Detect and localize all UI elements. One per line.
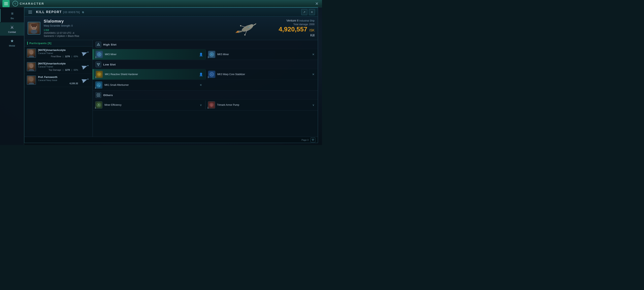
equip-high-2-name: MK5 Miner [217,53,310,56]
equipment-panel: High Slot [93,40,318,137]
participant-ship-1 [80,63,90,70]
sidebar-item-combat[interactable]: ⚔ Combat [0,22,24,36]
participant-item[interactable]: Prof. Farnsworth Caracal Navy Issue 4,15… [24,74,92,87]
low-slot-header: Low Slot [93,60,318,69]
afterburner-icon [95,81,102,89]
equip-others-1[interactable]: 1 Miner Efficiency ∨ [93,100,205,110]
equip-low-2[interactable]: 1 MK3 Warp Core Stabilizer ✕ [206,69,318,80]
high-slot-row: 1 MK5 Miner 👤 [93,49,318,60]
low-slot-row-2: 1 MK1 Small Afterburner ✕ [93,80,318,90]
svg-point-41 [97,103,100,107]
svg-marker-23 [82,64,88,70]
participant-info-2: Prof. Farnsworth Caracal Navy Issue 4,15… [38,76,78,85]
total-damage-value: 2000 [309,23,314,26]
participant-name-0: [MATE]AmarrianAcolyte [38,49,78,52]
medal-icon: ★ [10,39,14,43]
participant-avatar-0 [27,49,36,58]
participants-panel: Participants [5] [MATE]AmarrianAcolyte C… [24,40,93,137]
svg-point-13 [244,34,246,36]
equip-low-3-name: MK1 Small Afterburner [104,84,197,86]
equip-low-3[interactable]: 1 MK1 Small Afterburner ✕ [93,80,205,90]
participant-corp-2: Caracal Navy Issue [38,79,78,81]
miner-icon-2 [208,51,215,58]
svg-point-35 [98,74,100,75]
bottom-bar: Page 3 [24,137,318,143]
export-button[interactable]: ↗ [301,9,307,15]
copy-icon: ⧉ [82,11,84,14]
miner-efficiency-icon [95,101,102,109]
equip-others-2-count: 1 [208,107,209,109]
kill-report-modal: KILL REPORT [ID:890579] ⧉ ↗ ✕ [24,7,318,143]
x-icon-low-2[interactable]: ✕ [311,72,315,76]
participant-item[interactable]: [MATE]AmarrianAcolyte Caracal Trainer Fi… [24,47,92,60]
combat-icon: ⚔ [10,25,14,30]
svg-point-17 [30,50,34,55]
svg-point-18 [28,56,34,57]
ship-name: Venture II [286,19,298,22]
sidebar-label-medal: Medal [9,45,15,47]
participant-info-1: [MATE]AmarrianAcolyte Caracal Trainer To… [38,62,78,71]
modal-close-button[interactable]: ✕ [309,9,315,15]
filter-button[interactable] [310,138,315,142]
equip-low-2-count: 1 [208,76,209,78]
sidebar-item-medal[interactable]: ★ Medal [0,36,24,49]
svg-point-22 [28,69,34,71]
participants-list: [MATE]AmarrianAcolyte Caracal Trainer Fi… [24,47,92,137]
page-info: Page 3 [302,139,308,141]
isk-value-line: 4,920,557 ISK [278,26,314,33]
person-icon-low-1: 👤 [199,72,203,76]
app-title: CHARACTER [20,2,44,5]
participant-damage-2: 4,155.32 [70,82,78,85]
victim-location: Sarenemi < Urpiken < Black Rise [44,35,314,38]
x-icon-low-3[interactable]: ✕ [199,83,203,87]
modal-header: KILL REPORT [ID:890579] ⧉ ↗ ✕ [24,8,318,17]
isk-value: 4,920,557 [278,26,307,33]
participant-badge-0: Final Blow [51,55,61,58]
modal-actions: ↗ ✕ [301,9,315,15]
participant-item[interactable]: [MATE]AmarrianAcolyte Caracal Trainer To… [24,60,92,74]
kill-report-content: Slalomwy Warp Scramble Strength: 0 1 Kil… [24,17,318,143]
hamburger-button[interactable] [2,0,10,7]
top-close-button[interactable]: ✕ [314,1,320,7]
participant-damage-1: 1278 [65,69,70,71]
equip-low-1[interactable]: 1 MK1 Reactive Shield Hardener 👤 [93,69,206,80]
total-damage-line: Total damage: 2000 [278,23,314,26]
logo-icon: ⊙ [12,1,18,7]
chevron-others-2[interactable]: ∨ [311,103,315,107]
victim-info: Slalomwy Warp Scramble Strength: 0 1 Kil… [44,19,314,38]
chevron-others-1[interactable]: ∨ [199,103,203,107]
participant-name-2: Prof. Farnsworth [38,76,78,79]
low-slot-section: Low Slot 1 MK1 Reactiv [93,60,318,91]
left-sidebar: ≡ Bio ⚔ Combat ★ Medal [0,7,24,145]
victim-kill-count: 1 Kill [44,29,314,31]
equip-high-1[interactable]: 1 MK5 Miner 👤 [93,49,206,60]
kill-value-area: Venture II Industrial Ship Total damage:… [278,19,314,37]
sidebar-label-bio: Bio [11,17,14,20]
equip-others-2[interactable]: 1 Trimark Armor Pump ∨ [206,100,318,110]
equip-others-1-count: 1 [95,107,96,109]
svg-marker-8 [253,23,256,26]
others-row: 1 Miner Efficiency ∨ [93,100,318,110]
kill-label: Kill [278,34,314,37]
sidebar-item-bio[interactable]: ≡ Bio [0,9,24,22]
victim-time: 2020/09/01 12:37:33 UTC -4 [44,32,314,35]
svg-rect-40 [98,94,99,96]
high-slot-icon [96,42,101,47]
others-section: Others 1 [93,91,318,111]
person-icon-1: 👤 [199,52,203,56]
x-icon-high-2[interactable]: ✕ [311,52,315,56]
equip-low-1-name: MK1 Reactive Shield Hardener [105,73,197,76]
modal-menu-button[interactable] [27,9,33,15]
ship-name-line: Venture II Industrial Ship [278,19,314,22]
participant-stats-1: Top Damage | 1278 | 63% [38,69,78,71]
svg-point-26 [28,83,34,84]
equip-high-2[interactable]: 1 MK5 Miner ✕ [206,49,318,60]
top-bar: ⊙ CHARACTER ✕ [0,0,322,7]
shield-icon-1 [96,71,103,78]
others-title: Others [103,94,113,97]
sidebar-label-combat: Combat [8,31,16,33]
equip-high-1-name: MK5 Miner [105,53,197,56]
participants-header: Participants [5] [24,40,92,47]
participant-avatar-1 [27,62,36,71]
victim-avatar-face [28,23,40,34]
